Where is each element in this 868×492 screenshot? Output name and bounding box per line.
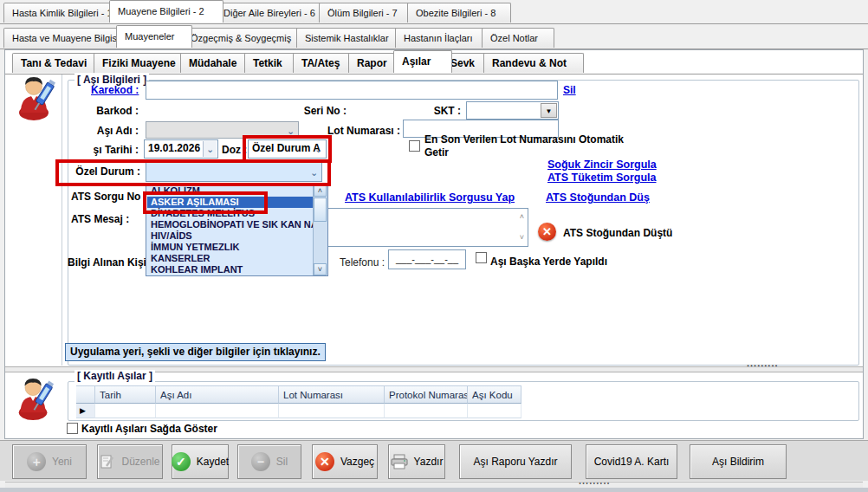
exam-detail-tab-bar: Tanı & Tedavi Fiziki Muayene Müdahale Te… (0, 50, 868, 74)
button-label: Kaydet (197, 456, 229, 468)
scroll-down-icon[interactable]: ˅ (314, 263, 327, 275)
ozel-durum-label: Özel Durum : (54, 165, 140, 178)
dropdown-item[interactable]: İMMUN YETMEZLIK (147, 242, 313, 253)
dropdown-item[interactable]: ALKOLİZM (147, 185, 313, 197)
tab-tani-tedavi[interactable]: Tanı & Tedavi (12, 53, 104, 73)
uygulama-banner[interactable]: Uygulama yeri, şekli ve diğer bilgiler i… (65, 343, 326, 361)
skt-label: SKT : (392, 105, 461, 117)
chevron-down-icon[interactable]: ⌄ (308, 164, 321, 180)
doz-label: Doz : (222, 144, 247, 156)
splitter-dots-icon[interactable]: ......... (579, 476, 611, 486)
baska-yerde-checkbox[interactable] (476, 252, 487, 263)
barkod-label: Barkod : (52, 105, 139, 117)
scroll-up-icon[interactable]: ˄ (314, 184, 327, 197)
yazdir-button[interactable]: Yazdır (388, 444, 445, 479)
tab-diger-aile[interactable]: Diğer Aile Bireyleri - 6 (215, 3, 327, 23)
lot-otomatik-checkbox[interactable] (409, 140, 420, 152)
scroll-down-icon: ˅ (520, 234, 524, 242)
chevron-down-icon: ⌄ (284, 123, 297, 137)
tab-fiziki-muayene[interactable]: Fiziki Muayene (94, 53, 191, 73)
table-row[interactable] (156, 404, 279, 418)
bottom-button-bar: ＋ Yeni Düzenle ✓ Kaydet − Sil ✕ Vazgeç Y… (0, 440, 868, 481)
asi-raporu-yazdir-button[interactable]: Aşı Raporu Yazdır (459, 444, 572, 479)
dropdown-item[interactable]: KOHLEAR IMPLANT (147, 264, 313, 275)
bilgi-alinan-kisi-label: Bilgi Alınan Kişi (68, 256, 146, 269)
dropdown-item[interactable]: KANSERLER (147, 253, 313, 264)
table-header-tarih[interactable]: Tarih (95, 385, 156, 404)
kaydet-button[interactable]: ✓ Kaydet (172, 444, 229, 479)
asi-adi-combo[interactable]: ⌄ (146, 121, 299, 139)
table-row[interactable] (468, 404, 521, 418)
table-header-lot[interactable]: Lot Numarası (279, 385, 385, 404)
tab-asilar[interactable]: Aşılar (393, 50, 452, 73)
table-row[interactable] (95, 404, 156, 418)
button-label: Yeni (52, 456, 72, 468)
plus-icon: ＋ (27, 452, 46, 471)
sil-button[interactable]: − Sil (237, 444, 301, 479)
tab-muayeneler[interactable]: Muayeneler (116, 25, 192, 48)
sil-link[interactable]: Sil (563, 84, 576, 96)
dropdown-item[interactable]: DİYABETES MELLİTUS (147, 208, 313, 219)
tab-obezite[interactable]: Obezite Bilgileri - 8 (407, 3, 511, 23)
button-label: Vazgeç (340, 456, 374, 468)
duzenle-button[interactable]: Düzenle (97, 444, 163, 479)
tab-hasta-ve-muayene[interactable]: Hasta ve Muayene Bilgisi (3, 28, 126, 48)
ats-stogundan-dus-link[interactable]: ATS Stoğundan Düş (546, 191, 650, 204)
ats-kullanilabilirlik-link[interactable]: ATS Kullanılabilirlik Sorgusu Yap (345, 191, 515, 204)
exam-tab-bar: Hasta ve Muayene Bilgisi Muayeneler Özge… (0, 25, 868, 49)
covid19-karti-button[interactable]: Covid19 A. Kartı (586, 444, 677, 479)
splitter-dots-icon[interactable]: ......... (747, 358, 779, 368)
ahbs-vaccination-window: Hasta Kimlik Bilgileri - 1 Muayene Bilgi… (0, 0, 868, 492)
chevron-down-icon[interactable]: ⌄ (312, 141, 325, 157)
scroll-up-icon: ˄ (520, 213, 524, 221)
red-x-icon: ✕ (538, 223, 556, 241)
tab-randevu-not[interactable]: Randevu & Not (483, 53, 584, 73)
karekod-input[interactable] (146, 81, 558, 100)
tab-hasta-kimlik[interactable]: Hasta Kimlik Bilgileri - 1 (3, 3, 118, 23)
table-row[interactable] (279, 404, 385, 418)
tab-ozel-notlar[interactable]: Özel Notlar (482, 28, 554, 48)
button-label: Sil (276, 456, 288, 468)
table-header-protokol[interactable]: Protokol Numarası (385, 385, 468, 404)
window-bottom-edge (0, 488, 868, 492)
row-selector-icon: ▶ (76, 404, 95, 418)
vazgec-button[interactable]: ✕ Vazgeç (312, 444, 378, 479)
asi-bildirim-button[interactable]: Aşı Bildirim (690, 444, 787, 479)
button-label: Düzenle (121, 456, 159, 468)
skt-combo[interactable]: ▼ (466, 101, 559, 120)
karekod-link[interactable]: Karekod : (91, 84, 139, 96)
tab-ozgecmis[interactable]: Özgeçmiş & Soygeçmiş (182, 28, 305, 48)
patient-tab-bar: Hasta Kimlik Bilgileri - 1 Muayene Bilgi… (0, 0, 868, 24)
ats-stogundan-dustu-label: ATS Stoğundan Düştü (563, 227, 672, 239)
tab-olum-bilgileri[interactable]: Ölüm Bilgileri - 7 (319, 3, 416, 23)
doz-value: Özel Durum A (252, 142, 313, 154)
combo-arrow-icon[interactable]: ▼ (541, 103, 557, 118)
dropdown-item[interactable]: HEMOGLOBİNOPATI VE SIK KAN NA (147, 219, 313, 230)
scrollbar-thumb[interactable] (314, 197, 327, 222)
telefon-input[interactable]: ___-___-__-__ (388, 249, 466, 269)
yeni-button[interactable]: ＋ Yeni (12, 444, 87, 479)
nurse-avatar-icon (14, 74, 57, 121)
printer-icon (391, 454, 408, 469)
doz-combo[interactable]: Özel Durum A ⌄ (248, 139, 327, 159)
asi-tarihi-value: 19.01.2026 (148, 142, 204, 154)
chevron-down-icon[interactable]: ⌄ (203, 141, 217, 157)
tab-ilaclar[interactable]: Hastanın İlaçları (395, 28, 492, 48)
ats-tuketim-link[interactable]: ATS Tüketim Sorgula (547, 172, 656, 184)
tab-muayene-bilgileri[interactable]: Muayene Bilgileri - 2 (109, 0, 223, 23)
dropdown-scrollbar[interactable]: ˄ ˅ (313, 184, 327, 275)
table-selector-header (76, 385, 95, 404)
tab-sistemik[interactable]: Sistemik Hastalıklar (296, 28, 404, 48)
asi-tarihi-combo[interactable]: 19.01.2026 ⌄ (144, 139, 218, 159)
ozel-durum-combo[interactable]: ⌄ (146, 162, 322, 182)
dropdown-item-selected[interactable]: ASKER AŞILAMASI (147, 197, 313, 208)
sagda-goster-checkbox[interactable] (67, 423, 78, 434)
soguk-zincir-link[interactable]: Soğuk Zincir Sorgula (547, 159, 657, 171)
check-icon: ✓ (172, 452, 191, 471)
table-header-asi-kodu[interactable]: Aşı Kodu (468, 385, 521, 404)
table-header-asi-adi[interactable]: Aşı Adı (156, 385, 279, 404)
table-row[interactable] (385, 404, 468, 418)
baska-yerde-label: Aşı Başka Yerde Yapıldı (490, 256, 607, 268)
nurse-avatar-icon (14, 374, 55, 423)
dropdown-item[interactable]: HIV/AİDS (147, 230, 313, 242)
